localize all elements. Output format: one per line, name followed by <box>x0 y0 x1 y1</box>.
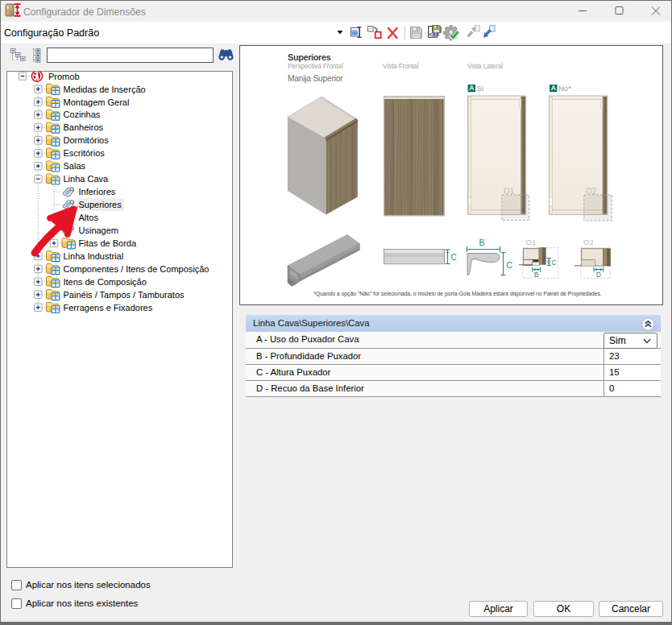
svg-text:A: A <box>551 84 556 92</box>
svg-text:B: B <box>479 238 485 247</box>
svg-text:Si: Si <box>477 84 483 93</box>
svg-text:C: C <box>507 260 513 270</box>
svg-text:No*: No* <box>558 84 571 93</box>
svg-text:D: D <box>596 271 601 279</box>
svg-text:O1: O1 <box>504 187 515 196</box>
svg-text:C: C <box>552 259 557 267</box>
svg-text:A: A <box>469 84 474 92</box>
svg-text:C: C <box>451 253 457 262</box>
svg-text:O2: O2 <box>586 187 597 196</box>
svg-text:O2: O2 <box>583 238 594 246</box>
svg-text:O1: O1 <box>526 238 537 246</box>
svg-text:B: B <box>534 271 539 279</box>
